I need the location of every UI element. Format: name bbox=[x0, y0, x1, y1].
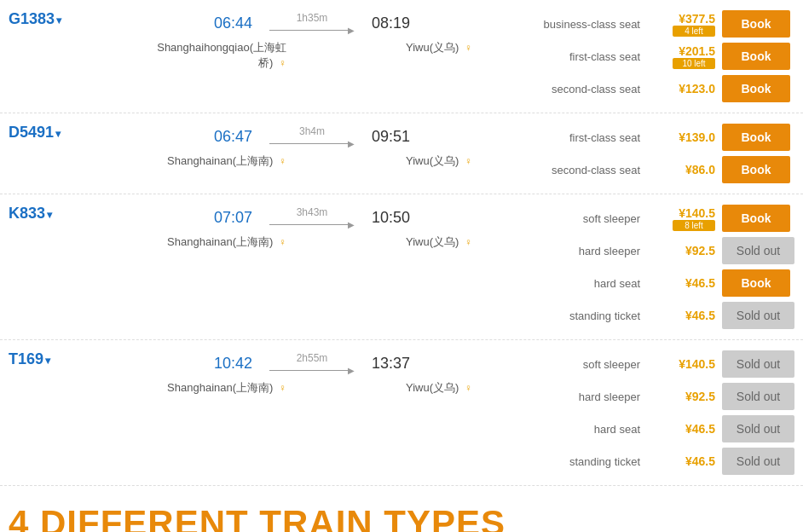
seat-label: hard sleeper bbox=[538, 245, 640, 257]
dropdown-arrow-icon: ▾ bbox=[56, 14, 61, 26]
price-badge-col: ¥140.58 left bbox=[647, 206, 715, 231]
book-button[interactable]: Book bbox=[722, 10, 790, 38]
seat-price: ¥46.5 bbox=[664, 422, 715, 436]
depart-station: Shanghainan(上海南) ♀ bbox=[133, 234, 286, 250]
seat-price: ¥201.5 bbox=[664, 44, 715, 58]
stations-row: Shanghainan(上海南) ♀Yiwu(义乌) ♀ bbox=[77, 234, 547, 250]
book-button[interactable]: Book bbox=[722, 75, 790, 102]
seat-action-col[interactable]: Book bbox=[722, 269, 794, 297]
arrow-line-icon bbox=[269, 26, 355, 35]
train-center-col: 06:473h4m09:51Shanghainan(上海南) ♀Yiwu(义乌)… bbox=[77, 124, 547, 169]
seat-price: ¥139.0 bbox=[664, 130, 715, 144]
price-badge-col: ¥46.5 bbox=[647, 276, 715, 290]
seat-entry: second-class seat¥123.0Book bbox=[556, 75, 794, 102]
train-right-col: soft sleeper¥140.58 leftBookhard sleeper… bbox=[547, 205, 794, 329]
train-row: D5491▾06:473h4m09:51Shanghainan(上海南) ♀Yi… bbox=[0, 113, 803, 194]
seat-label: hard sleeper bbox=[538, 390, 640, 403]
sold-out-button: Sold out bbox=[722, 448, 794, 475]
book-button[interactable]: Book bbox=[722, 269, 790, 297]
times-row: 10:422h55m13:37 bbox=[77, 352, 547, 375]
arrow-line-icon bbox=[269, 366, 355, 375]
seat-action-col: Sold out bbox=[722, 448, 794, 475]
seat-action-col[interactable]: Book bbox=[722, 156, 794, 183]
train-left-col: D5491▾ bbox=[9, 124, 77, 142]
seat-action-col[interactable]: Book bbox=[722, 205, 794, 232]
dropdown-arrow-icon: ▾ bbox=[55, 128, 61, 140]
arrive-time: 13:37 bbox=[372, 355, 448, 373]
seat-action-col[interactable]: Book bbox=[722, 75, 794, 102]
seat-label: hard seat bbox=[538, 423, 640, 436]
seat-label: soft sleeper bbox=[538, 358, 640, 371]
sold-out-button: Sold out bbox=[722, 237, 794, 264]
seat-entry: second-class seat¥86.0Book bbox=[556, 156, 794, 183]
depart-station: Shanghainan(上海南) ♀ bbox=[133, 153, 286, 169]
seat-action-col: Sold out bbox=[722, 237, 794, 264]
duration-arrow: 2h55m bbox=[269, 352, 355, 375]
seat-label: standing ticket bbox=[538, 309, 640, 322]
train-id[interactable]: D5491▾ bbox=[9, 124, 61, 142]
location-icon: ♀ bbox=[465, 155, 472, 167]
seat-entry: standing ticket¥46.5Sold out bbox=[556, 302, 794, 329]
seat-action-col: Sold out bbox=[722, 383, 794, 410]
seat-price: ¥46.5 bbox=[664, 454, 715, 468]
stations-row: Shanghainan(上海南) ♀Yiwu(义乌) ♀ bbox=[77, 153, 547, 169]
seats-left-badge: 8 left bbox=[673, 220, 715, 231]
book-button[interactable]: Book bbox=[722, 156, 790, 183]
train-right-col: first-class seat¥139.0Booksecond-class s… bbox=[547, 124, 794, 183]
train-id[interactable]: T169▾ bbox=[9, 350, 50, 368]
train-id[interactable]: K833▾ bbox=[9, 205, 52, 223]
book-button[interactable]: Book bbox=[722, 43, 790, 70]
price-badge-col: ¥46.5 bbox=[647, 422, 715, 436]
arrive-station: Yiwu(义乌) ♀ bbox=[406, 40, 491, 71]
train-left-col: T169▾ bbox=[9, 350, 77, 368]
duration-arrow: 3h43m bbox=[269, 206, 355, 229]
train-left-col: K833▾ bbox=[9, 205, 77, 223]
seat-label: first-class seat bbox=[538, 131, 640, 144]
location-icon: ♀ bbox=[279, 236, 286, 248]
seat-entry: hard seat¥46.5Sold out bbox=[556, 415, 794, 442]
depart-time: 07:07 bbox=[176, 209, 252, 227]
bottom-banner: 4 DIFFERENT TRAIN TYPES bbox=[0, 486, 803, 532]
seat-action-col[interactable]: Book bbox=[722, 10, 794, 38]
depart-time: 06:44 bbox=[176, 14, 252, 32]
seats-left-badge: 10 left bbox=[673, 58, 715, 69]
seat-price: ¥46.5 bbox=[664, 309, 715, 322]
seat-price: ¥86.0 bbox=[664, 163, 715, 176]
duration-arrow: 3h4m bbox=[269, 125, 355, 148]
train-center-col: 06:441h35m08:19Shanghaihongqiao(上海虹桥) ♀Y… bbox=[77, 10, 547, 71]
train-id[interactable]: G1383▾ bbox=[9, 10, 61, 28]
arrive-time: 10:50 bbox=[372, 209, 448, 227]
seat-label: business-class seat bbox=[538, 18, 640, 31]
train-center-col: 07:073h43m10:50Shanghainan(上海南) ♀Yiwu(义乌… bbox=[77, 205, 547, 250]
train-row: T169▾10:422h55m13:37Shanghainan(上海南) ♀Yi… bbox=[0, 340, 803, 486]
location-icon: ♀ bbox=[465, 236, 472, 248]
seat-action-col: Sold out bbox=[722, 415, 794, 442]
price-badge-col: ¥86.0 bbox=[647, 163, 715, 176]
seat-price: ¥140.5 bbox=[664, 357, 715, 371]
seat-action-col: Sold out bbox=[722, 350, 794, 378]
price-badge-col: ¥46.5 bbox=[647, 309, 715, 322]
price-badge-col: ¥46.5 bbox=[647, 454, 715, 468]
price-badge-col: ¥139.0 bbox=[647, 130, 715, 144]
book-button[interactable]: Book bbox=[722, 124, 790, 151]
train-center-col: 10:422h55m13:37Shanghainan(上海南) ♀Yiwu(义乌… bbox=[77, 350, 547, 396]
location-icon: ♀ bbox=[279, 57, 286, 69]
seat-action-col[interactable]: Book bbox=[722, 43, 794, 70]
location-icon: ♀ bbox=[465, 382, 472, 394]
arrive-station: Yiwu(义乌) ♀ bbox=[406, 153, 491, 169]
train-row: G1383▾06:441h35m08:19Shanghaihongqiao(上海… bbox=[0, 0, 803, 113]
sold-out-button: Sold out bbox=[722, 415, 794, 442]
arrive-station: Yiwu(义乌) ♀ bbox=[406, 234, 491, 250]
price-badge-col: ¥123.0 bbox=[647, 82, 715, 95]
seat-price: ¥123.0 bbox=[664, 82, 715, 95]
seat-entry: first-class seat¥139.0Book bbox=[556, 124, 794, 151]
stations-row: Shanghainan(上海南) ♀Yiwu(义乌) ♀ bbox=[77, 380, 547, 396]
times-row: 06:473h4m09:51 bbox=[77, 125, 547, 148]
book-button[interactable]: Book bbox=[722, 205, 790, 232]
seat-action-col[interactable]: Book bbox=[722, 124, 794, 151]
arrive-station: Yiwu(义乌) ♀ bbox=[406, 380, 491, 396]
train-left-col: G1383▾ bbox=[9, 10, 77, 28]
dropdown-arrow-icon: ▾ bbox=[47, 209, 52, 221]
seat-label: soft sleeper bbox=[538, 212, 640, 225]
times-row: 07:073h43m10:50 bbox=[77, 206, 547, 229]
